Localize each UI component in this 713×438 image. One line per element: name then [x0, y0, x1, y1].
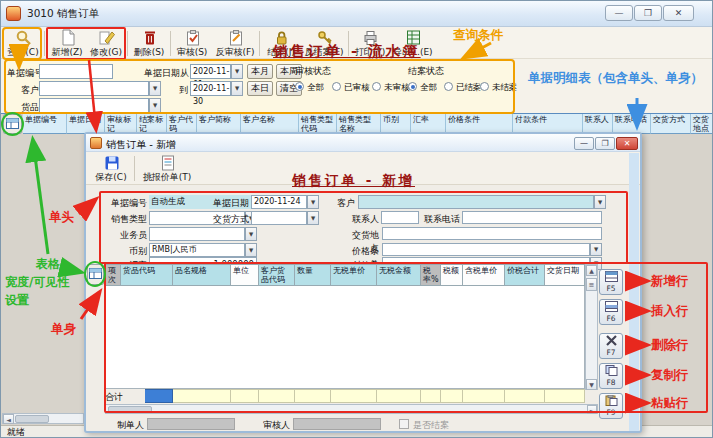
total-cell[interactable]	[505, 389, 545, 403]
customer-field-select[interactable]	[358, 195, 594, 209]
today-button[interactable]: 本日	[247, 81, 273, 96]
column-header[interactable]: 价格条件	[446, 114, 513, 134]
detail-column-header[interactable]: 项次	[105, 264, 121, 286]
main-grid-settings-button[interactable]	[3, 114, 22, 134]
contact-input[interactable]	[381, 211, 419, 224]
column-header[interactable]: 客户简称	[197, 114, 241, 134]
chevron-down-icon[interactable]: ▼	[245, 243, 257, 257]
modify-button[interactable]: 修改(G)	[87, 29, 125, 59]
main-horizontal-scrollbar[interactable]: ◄	[2, 413, 84, 424]
detail-grid-settings-button[interactable]	[87, 264, 104, 285]
scrollbar-thumb[interactable]	[15, 415, 49, 423]
radio-unaudited-label[interactable]: 未审核	[384, 82, 410, 94]
detail-column-header[interactable]: 税率%	[421, 264, 441, 286]
minimize-button[interactable]: —	[605, 5, 633, 21]
total-cell[interactable]	[295, 389, 331, 403]
radio-close-all[interactable]	[408, 82, 417, 91]
detail-column-header[interactable]: 税额	[441, 264, 463, 286]
radio-unclosed-label[interactable]: 未结案	[492, 82, 518, 94]
chevron-down-icon[interactable]: ▼	[149, 98, 161, 113]
column-header[interactable]: 销售类型代码	[299, 114, 337, 134]
contact-phone-input[interactable]	[462, 211, 602, 224]
detail-grid-hscrollbar[interactable]: ►	[105, 404, 598, 414]
detail-grid-body[interactable]	[105, 286, 585, 389]
column-header[interactable]: 交货地点	[691, 114, 713, 134]
doc-date-input[interactable]: 2020-11-24	[251, 195, 307, 209]
total-cell[interactable]	[259, 389, 295, 403]
detail-column-header[interactable]: 含税单价	[463, 264, 505, 286]
add-button[interactable]: 新增(Z)	[48, 29, 86, 59]
delivery-method-select[interactable]	[251, 211, 307, 225]
edit-maximize-button[interactable]: ❐	[595, 137, 615, 150]
column-header[interactable]: 客户代码	[167, 114, 197, 134]
delete-button[interactable]: 删除(S)	[130, 29, 168, 59]
detail-column-header[interactable]: 交货日期	[545, 264, 585, 286]
column-header[interactable]: 币别	[381, 114, 411, 134]
column-header[interactable]: 销售类型名称	[337, 114, 381, 134]
detail-column-header[interactable]: 货品代码	[121, 264, 173, 286]
maximize-button[interactable]: ❐	[634, 5, 662, 21]
scroll-right-icon[interactable]: ►	[587, 405, 597, 414]
chevron-down-icon[interactable]: ▼	[307, 195, 319, 209]
detail-column-header[interactable]: 数量	[295, 264, 331, 286]
detail-column-header[interactable]: 无税单价	[331, 264, 377, 286]
delete-row-button[interactable]: F7	[599, 333, 623, 359]
detail-grid-vscrollbar[interactable]: ▲ ≡ ▼	[585, 264, 598, 390]
chevron-down-icon[interactable]: ▼	[245, 227, 257, 241]
column-header[interactable]: 交货方式	[651, 114, 691, 134]
price-terms-select[interactable]	[382, 243, 590, 256]
delivery-place-input[interactable]	[382, 227, 602, 240]
total-cell[interactable]	[545, 389, 585, 403]
chevron-down-icon[interactable]: ▼	[590, 243, 602, 256]
column-header[interactable]: 审核标记	[105, 114, 137, 134]
radio-close-all-label[interactable]: 全部	[420, 82, 437, 94]
close-button[interactable]: ✕	[663, 5, 694, 21]
salesman-select[interactable]	[149, 227, 245, 241]
copy-row-button[interactable]: F8	[599, 363, 623, 389]
audit-button[interactable]: 审核(S)	[173, 29, 211, 59]
total-cell-selected[interactable]	[145, 389, 173, 403]
insert-row-button[interactable]: F6	[599, 299, 623, 325]
chevron-down-icon[interactable]: ▼	[231, 81, 243, 96]
column-header[interactable]: 单据日期	[67, 114, 105, 134]
scroll-up-icon[interactable]: ▲	[586, 265, 597, 276]
radio-audit-all[interactable]	[295, 82, 304, 91]
closed-checkbox[interactable]	[399, 419, 409, 429]
column-header[interactable]: 客户名称	[241, 114, 299, 134]
detail-column-header[interactable]: 单位	[231, 264, 259, 286]
scroll-down-icon[interactable]: ▼	[586, 379, 597, 390]
scrollbar-thumb[interactable]: ≡	[586, 278, 597, 291]
unaudit-button[interactable]: 反审核(F)	[213, 29, 257, 59]
column-header[interactable]: 联系电话	[613, 114, 651, 134]
total-cell[interactable]	[463, 389, 505, 403]
doc-no-input[interactable]	[39, 64, 113, 79]
goods-select[interactable]	[39, 98, 149, 113]
save-button[interactable]: 保存(C)	[91, 154, 131, 184]
total-cell[interactable]	[331, 389, 377, 403]
detail-column-header[interactable]: 价税合计	[505, 264, 545, 286]
radio-closed-label[interactable]: 已结案	[456, 82, 482, 94]
radio-audit-all-label[interactable]: 全部	[307, 82, 324, 94]
detail-column-header[interactable]: 品名规格	[173, 264, 231, 286]
detail-column-header[interactable]: 无税金额	[377, 264, 421, 286]
column-header[interactable]: 汇率	[411, 114, 446, 134]
radio-closed[interactable]	[444, 82, 453, 91]
pick-quotation-button[interactable]: 挑报价单(T)	[138, 154, 196, 184]
date-from-input[interactable]: 2020-11-01	[190, 64, 231, 79]
date-to-input[interactable]: 2020-11-30	[190, 81, 231, 96]
total-cell[interactable]	[173, 389, 231, 403]
detail-column-header[interactable]: 客户货品代码	[259, 264, 295, 286]
scroll-left-icon[interactable]: ◄	[3, 414, 14, 424]
radio-audited-label[interactable]: 已审核	[344, 82, 370, 94]
column-header[interactable]: 联系人	[583, 114, 613, 134]
chevron-down-icon[interactable]: ▼	[231, 64, 243, 79]
edit-close-button[interactable]: ✕	[616, 137, 638, 150]
column-header[interactable]: 付款条件	[513, 114, 583, 134]
currency-select[interactable]: RMB|人民币	[149, 243, 245, 257]
column-header[interactable]: 结案标记	[137, 114, 167, 134]
query-button[interactable]: 查询(C)	[4, 29, 42, 59]
chevron-down-icon[interactable]: ▼	[594, 195, 606, 209]
total-cell[interactable]	[377, 389, 421, 403]
radio-unclosed[interactable]	[480, 82, 489, 91]
total-cell[interactable]	[231, 389, 259, 403]
